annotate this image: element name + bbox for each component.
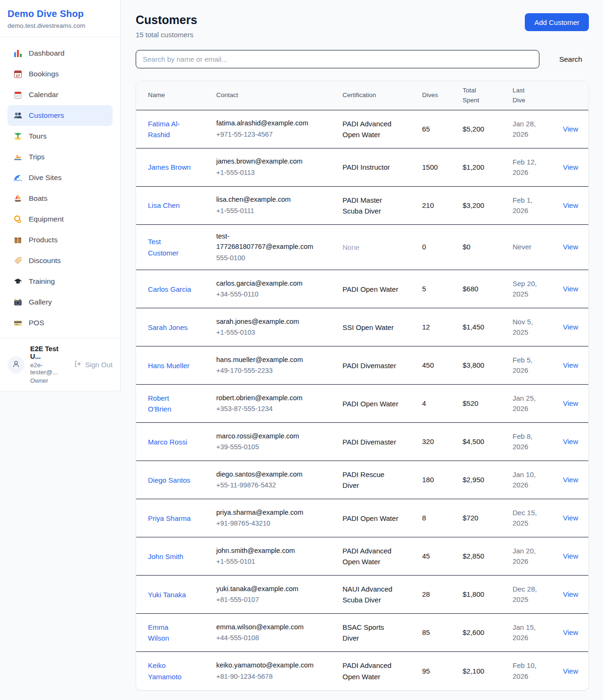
total-spent: $680	[463, 284, 513, 295]
contact-cell: carlos.garcia@example.com+34-555-0110	[216, 279, 342, 300]
certification: PADI Instructor	[342, 162, 390, 173]
dives-count: 28	[422, 589, 463, 600]
view-customer-link[interactable]: View	[563, 476, 578, 484]
customer-phone: +1-555-0101	[216, 557, 338, 567]
customer-phone: +1-555-0113	[216, 168, 338, 178]
table-row: John Smithjohn.smith@example.com+1-555-0…	[136, 537, 588, 576]
customer-name-link[interactable]: Fatima Al-Rashid	[148, 118, 191, 140]
table-row: Priya Sharmapriya.sharma@example.com+91-…	[136, 499, 588, 537]
customer-name-link[interactable]: Lisa Chen	[148, 200, 180, 211]
total-spent: $1,800	[463, 589, 513, 600]
view-customer-link[interactable]: View	[563, 590, 578, 598]
table-row: Emma Wilsonemma.wilson@example.com+44-55…	[136, 614, 588, 652]
customer-name-link[interactable]: Marco Rossi	[148, 436, 187, 447]
view-customer-link[interactable]: View	[563, 163, 578, 171]
last-dive-date: Feb 1, 2026	[513, 195, 542, 216]
customer-name-link[interactable]: Keiko Yamamoto	[148, 660, 191, 682]
user-name: E2E Test U...	[30, 345, 68, 360]
view-customer-link[interactable]: View	[563, 437, 578, 445]
dashboard-icon	[13, 49, 23, 58]
customer-name-link[interactable]: Diego Santos	[148, 475, 190, 486]
sidebar-item-label: Bookings	[29, 70, 59, 78]
equipment-icon	[13, 214, 23, 224]
dives-count: 45	[422, 551, 463, 562]
sidebar-item-label: Calendar	[29, 91, 58, 99]
last-dive-date: Jan 10, 2026	[513, 469, 542, 491]
last-dive-date: Feb 12, 2026	[513, 157, 542, 178]
sidebar-item-customers[interactable]: Customers	[8, 105, 113, 126]
search-input[interactable]	[136, 50, 539, 68]
contact-cell: yuki.tanaka@example.com+81-555-0107	[216, 584, 342, 606]
contact-cell: emma.wilson@example.com+44-555-0108	[216, 622, 342, 644]
total-spent: $520	[463, 398, 513, 409]
table-row: Marco Rossimarco.rossi@example.com+39-55…	[136, 423, 588, 461]
sidebar-item-bookings[interactable]: 17Bookings	[8, 64, 113, 84]
customer-name-link[interactable]: Hans Mueller	[148, 360, 189, 371]
customer-name-link[interactable]: Sarah Jones	[148, 322, 187, 333]
sidebar-item-trips[interactable]: Trips	[8, 147, 113, 167]
contact-cell: lisa.chen@example.com+1-555-0111	[216, 195, 342, 216]
customer-email: emma.wilson@example.com	[216, 622, 320, 633]
contact-cell: john.smith@example.com+1-555-0101	[216, 546, 342, 568]
table-body: Fatima Al-Rashidfatima.alrashid@example.…	[136, 110, 588, 690]
sidebar-item-equipment[interactable]: Equipment	[8, 209, 113, 230]
certification: PADI Divemaster	[342, 360, 396, 371]
customer-name-link[interactable]: Test Customer	[148, 236, 191, 258]
view-customer-link[interactable]: View	[563, 323, 578, 331]
view-customer-link[interactable]: View	[563, 514, 578, 522]
sidebar-item-boats[interactable]: Boats	[8, 188, 113, 209]
sidebar-item-gallery[interactable]: Gallery	[8, 292, 113, 313]
certification: PADI Advanced Open Water	[342, 545, 399, 568]
view-customer-link[interactable]: View	[563, 201, 578, 209]
customer-name-link[interactable]: James Brown	[148, 162, 191, 173]
training-icon	[13, 277, 23, 286]
customer-count: 15 total customers	[136, 31, 197, 39]
customer-name-link[interactable]: John Smith	[148, 551, 183, 562]
customer-email: john.smith@example.com	[216, 546, 320, 556]
view-customer-link[interactable]: View	[563, 361, 578, 369]
contact-cell: test-1772681807767@example.com555-0100	[216, 231, 342, 263]
svg-text:17: 17	[16, 74, 20, 78]
sidebar-item-training[interactable]: Training	[8, 271, 113, 292]
add-customer-button[interactable]: Add Customer	[525, 13, 589, 31]
table-row: Yuki Tanakayuki.tanaka@example.com+81-55…	[136, 576, 588, 614]
column-header-total-spent: Total Spent	[463, 86, 485, 106]
sidebar-item-dive-sites[interactable]: Dive Sites	[8, 167, 113, 188]
sidebar-item-calendar[interactable]: Calendar	[8, 84, 113, 105]
customer-phone: +39-555-0105	[216, 442, 338, 453]
trips-icon	[13, 152, 23, 162]
view-customer-link[interactable]: View	[563, 667, 578, 675]
total-spent: $4,500	[463, 436, 513, 447]
sidebar-item-label: Trips	[29, 153, 45, 161]
view-customer-link[interactable]: View	[563, 285, 578, 293]
sidebar-item-label: Customers	[29, 111, 64, 120]
customer-name-link[interactable]: Robert O'Brien	[148, 393, 191, 415]
sidebar-item-discounts[interactable]: Discounts	[8, 250, 113, 271]
customer-email: yuki.tanaka@example.com	[216, 584, 320, 594]
contact-cell: fatima.alrashid@example.com+971-55-123-4…	[216, 118, 342, 140]
total-spent: $2,100	[463, 666, 513, 677]
sidebar-item-products[interactable]: Products	[8, 230, 113, 250]
customer-name-link[interactable]: Carlos Garcia	[148, 284, 191, 295]
customer-name-link[interactable]: Priya Sharma	[148, 513, 191, 524]
column-header-dives: Dives	[422, 91, 463, 100]
contact-cell: keiko.yamamoto@example.com+81-90-1234-56…	[216, 660, 342, 682]
last-dive-date: Jan 25, 2026	[513, 393, 542, 414]
view-customer-link[interactable]: View	[563, 399, 578, 407]
customer-name-link[interactable]: Yuki Tanaka	[148, 589, 186, 600]
customer-email: lisa.chen@example.com	[216, 195, 320, 205]
view-customer-link[interactable]: View	[563, 552, 578, 560]
view-customer-link[interactable]: View	[563, 628, 578, 636]
view-customer-link[interactable]: View	[563, 125, 578, 133]
last-dive-date: Sep 20, 2025	[513, 279, 542, 300]
customer-name-link[interactable]: Emma Wilson	[148, 622, 191, 644]
sidebar-item-pos[interactable]: POS	[8, 313, 113, 333]
dives-count: 95	[422, 666, 463, 677]
sidebar-item-dashboard[interactable]: Dashboard	[8, 43, 113, 64]
view-customer-link[interactable]: View	[563, 243, 578, 251]
customer-phone: +81-90-1234-5678	[216, 672, 338, 682]
sign-out-button[interactable]: Sign Out	[73, 360, 113, 370]
tours-icon	[13, 132, 23, 141]
search-button[interactable]: Search	[553, 51, 589, 67]
sidebar-item-tours[interactable]: Tours	[8, 126, 113, 147]
